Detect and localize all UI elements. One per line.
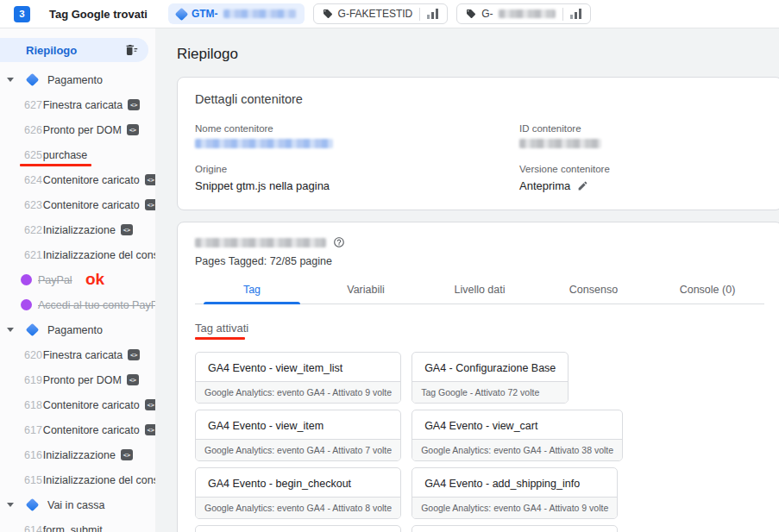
code-icon: <> — [128, 349, 140, 360]
sidebar-event-item[interactable]: 619 Pronto per DOM <> — [0, 367, 155, 392]
container-details-card: Dettagli contenitore Nome contenitore ID… — [177, 77, 779, 210]
diamond-trigger-icon — [26, 498, 40, 512]
ga-tag-pill[interactable]: G- — [456, 3, 590, 24]
field-label: Nome contenitore — [195, 123, 519, 134]
origin-value: Snippet gtm.js nella pagina — [195, 179, 519, 192]
edit-version-button[interactable] — [577, 180, 588, 191]
field-label: ID contenitore — [519, 123, 764, 134]
event-label: Inizializzazione del cons… — [43, 474, 155, 486]
event-label: Contenitore caricato — [43, 399, 140, 411]
event-sidebar: Riepilogo Pagamento 627 Finestra caricat… — [0, 28, 155, 532]
event-number: 627 — [24, 99, 42, 111]
help-icon[interactable] — [333, 236, 345, 248]
sidebar-group-item[interactable]: Pagamento — [0, 67, 155, 92]
event-number: 625 — [24, 149, 42, 161]
sidebar-event-item[interactable]: 624 Contenitore caricato <> — [0, 167, 155, 192]
sidebar-event-item[interactable]: 622 Inizializzazione <> — [0, 217, 155, 242]
sidebar-item-riepilogo[interactable]: Riepilogo — [0, 38, 148, 62]
tag-fire-info: Google Analytics: evento GA4 - Attivato … — [196, 497, 400, 518]
code-icon: <> — [127, 124, 139, 135]
annotation-underline — [20, 164, 91, 166]
fired-tag-card[interactable]: GA4 Evento - view_item Google Analytics:… — [195, 410, 401, 461]
event-number: 615 — [24, 474, 42, 486]
event-number: 622 — [24, 224, 42, 236]
redacted-container-id — [519, 139, 601, 148]
fired-tag-card[interactable]: GA4 - Configurazione Base Tag Google - A… — [411, 352, 569, 404]
paypal-label: PayPal — [38, 274, 72, 286]
event-number: 626 — [24, 124, 42, 136]
fired-tag-card[interactable]: GA4 Evento - purchase Google Analytics: … — [411, 525, 618, 532]
group-label: Pagamento — [47, 324, 103, 336]
page-title: Riepilogo — [177, 46, 779, 63]
sidebar-event-item[interactable]: 625 purchase — [0, 142, 155, 167]
tag-assistant-window: 3 Tag Google trovati GTM- G-FAKETESTID G… — [0, 0, 779, 532]
fired-tag-card[interactable]: GA4 Evento - begin_checkout Google Analy… — [195, 467, 401, 519]
tag-fire-info: Tag Google - Attivato 72 volte — [412, 381, 568, 403]
ga-measurement-id: G-FAKETESTID — [338, 8, 413, 20]
event-label: Contenitore caricato — [43, 199, 140, 211]
code-icon: <> — [145, 174, 155, 185]
paypal-dot-icon — [21, 274, 32, 285]
redacted-domain-name — [195, 238, 326, 247]
gtm-container-pill[interactable]: GTM- — [168, 3, 305, 24]
sidebar-paypal-item[interactable]: PayPal ok — [0, 267, 155, 292]
tag-name: GA4 Evento - begin_checkout — [208, 478, 351, 490]
paypal-label: Accedi al tuo conto PayP… — [38, 299, 155, 311]
chevron-down-icon[interactable] — [7, 328, 14, 332]
event-number: 616 — [24, 449, 42, 461]
event-label: form_submit — [43, 524, 103, 532]
redacted-gtm-id — [223, 9, 296, 18]
tab[interactable]: Consenso — [537, 278, 650, 304]
sidebar-event-item[interactable]: 614 form_submit — [0, 517, 155, 532]
tab[interactable]: Variabili — [309, 278, 423, 304]
fired-tag-card[interactable]: GA4 Evento - view_cart Google Analytics:… — [411, 410, 623, 461]
annotation-ok-text: ok — [85, 269, 104, 288]
tab[interactable]: Livello dati — [423, 278, 537, 304]
code-icon: <> — [121, 224, 133, 235]
event-label: Finestra caricata — [43, 99, 123, 111]
event-label: Inizializzazione — [43, 224, 116, 236]
sidebar-group-item[interactable]: Vai in cassa — [0, 492, 155, 517]
chevron-down-icon[interactable] — [7, 78, 14, 82]
field-container-name: Nome contenitore — [195, 123, 519, 148]
sidebar-event-item[interactable]: 621 Inizializzazione del cons… — [0, 242, 155, 267]
fired-tag-card[interactable]: GA4 Evento - view_item_list Google Analy… — [195, 352, 401, 404]
event-label: Finestra caricata — [43, 349, 123, 361]
ga-tag-pill[interactable]: G-FAKETESTID — [313, 3, 449, 24]
tag-fire-info: Google Analytics: evento GA4 - Attivato … — [412, 497, 617, 518]
tab[interactable]: Console (0) — [650, 278, 764, 304]
tab[interactable]: Tag — [195, 278, 309, 304]
tag-name: GA4 Evento - view_item — [208, 420, 324, 432]
tag-fire-info: Google Analytics: evento GA4 - Attivato … — [196, 439, 400, 460]
event-label: Inizializzazione del cons… — [43, 249, 155, 261]
field-container-version: Versione contenitore Anteprima — [519, 164, 764, 192]
sidebar-event-item[interactable]: 616 Inizializzazione <> — [0, 442, 155, 467]
sidebar-event-item[interactable]: 617 Contenitore caricato <> — [0, 417, 155, 442]
redacted-container-name — [195, 139, 333, 148]
sidebar-event-item[interactable]: 627 Finestra caricata <> — [0, 92, 155, 117]
summary-tabs: Tag Variabili Livello dati Consenso Cons… — [195, 278, 764, 304]
event-tree: Pagamento 627 Finestra caricata <> 626 P… — [0, 67, 155, 532]
code-icon: <> — [128, 99, 140, 110]
chevron-down-icon[interactable] — [7, 503, 14, 507]
diamond-trigger-icon — [26, 73, 40, 87]
sidebar-event-item[interactable]: 623 Contenitore caricato <> — [0, 192, 155, 217]
sidebar-event-item[interactable]: 618 Contenitore caricato <> — [0, 392, 155, 417]
gtm-diamond-icon — [175, 7, 189, 21]
sidebar-event-item[interactable]: 615 Inizializzazione del cons… — [0, 467, 155, 492]
tag-name: GA4 Evento - view_cart — [424, 420, 537, 432]
fired-tag-card[interactable]: GA4 Evento - add_payment_info Google Ana… — [195, 525, 401, 532]
fired-tag-card[interactable]: GA4 Evento - add_shipping_info Google An… — [411, 467, 618, 519]
pages-tagged-count: Pages Tagged: 72/85 pagine — [195, 255, 764, 267]
sidebar-event-item[interactable]: 626 Pronto per DOM <> — [0, 117, 155, 142]
clear-events-button[interactable] — [123, 43, 138, 57]
sidebar-group-item[interactable]: Pagamento — [0, 317, 155, 342]
sidebar-paypal-item[interactable]: Accedi al tuo conto PayP… — [0, 292, 155, 317]
code-icon: <> — [145, 199, 155, 210]
event-label: Contenitore caricato — [43, 174, 140, 186]
sidebar-event-item[interactable]: 620 Finestra caricata <> — [0, 342, 155, 367]
tab-label: Variabili — [347, 284, 385, 296]
event-number: 619 — [24, 374, 42, 386]
field-label: Origine — [195, 164, 519, 174]
event-number: 617 — [24, 424, 42, 436]
